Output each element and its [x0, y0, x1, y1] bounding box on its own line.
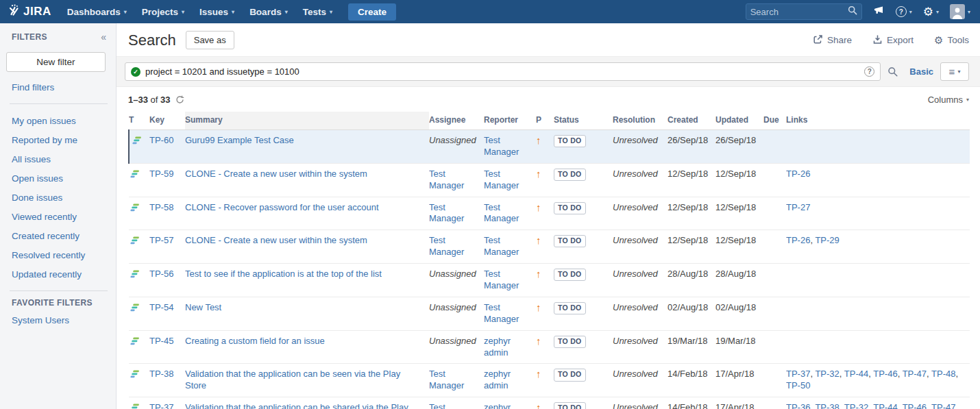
assignee-link[interactable]: Test Manager	[429, 169, 464, 190]
favorite-filter-system-users[interactable]: System Users	[12, 310, 108, 330]
nav-menu-tests[interactable]: Tests▾	[295, 0, 340, 23]
reporter-link[interactable]: zephyr admin	[484, 336, 511, 358]
issue-key-link[interactable]: TP-38	[149, 369, 173, 379]
issue-link-tp-32[interactable]: TP-32	[844, 402, 868, 409]
col-header-resolution[interactable]: Resolution	[613, 112, 667, 130]
issue-summary-link[interactable]: Test to see if the application is at the…	[185, 269, 382, 279]
reporter-link[interactable]: Test Manager	[484, 302, 519, 324]
export-button[interactable]: Export	[872, 34, 914, 47]
nav-menu-issues[interactable]: Issues▾	[192, 0, 242, 23]
reporter-link[interactable]: Test Manager	[484, 269, 519, 290]
issue-key-link[interactable]: TP-37	[149, 402, 173, 409]
issue-key-link[interactable]: TP-59	[149, 169, 173, 179]
table-row[interactable]: TP-45 Creating a custom field for an iss…	[129, 330, 970, 364]
help-menu-button[interactable]: ? ▾	[896, 6, 912, 17]
table-row[interactable]: TP-38 Validation that the application ca…	[129, 364, 970, 397]
assignee-link[interactable]: Unassigned	[429, 269, 476, 279]
reporter-link[interactable]: Test Manager	[484, 135, 519, 157]
reporter-link[interactable]: zephyr admin	[484, 402, 511, 409]
columns-button[interactable]: Columns ▾	[928, 95, 969, 105]
issue-summary-link[interactable]: CLONE - Recover password for the user ac…	[185, 202, 379, 212]
table-row[interactable]: TP-56 Test to see if the application is …	[129, 264, 970, 297]
issue-summary-link[interactable]: New Test	[185, 302, 221, 312]
table-row[interactable]: TP-57 CLONE - Create a new user within t…	[129, 230, 970, 264]
col-header-updated[interactable]: Updated	[715, 112, 763, 130]
issue-key-link[interactable]: TP-57	[149, 235, 173, 245]
issue-link-tp-44[interactable]: TP-44	[873, 402, 897, 409]
assignee-link[interactable]: Unassigned	[429, 135, 476, 145]
assignee-link[interactable]: Unassigned	[429, 302, 476, 312]
issue-link-tp-26[interactable]: TP-26	[786, 235, 810, 245]
issue-summary-link[interactable]: Validation that the application can be s…	[185, 369, 400, 391]
save-as-button[interactable]: Save as	[186, 31, 234, 49]
layout-switcher-button[interactable]: ≡ ▾	[940, 62, 969, 81]
issue-link-tp-46[interactable]: TP-46	[903, 402, 927, 409]
sidebar-item-all-issues[interactable]: All issues	[12, 149, 108, 169]
admin-menu-button[interactable]: ⚙ ▾	[923, 6, 939, 18]
issue-summary-link[interactable]: CLONE - Create a new user within the sys…	[185, 235, 367, 245]
assignee-link[interactable]: Test Manager	[429, 235, 464, 257]
reporter-link[interactable]: Test Manager	[484, 202, 519, 224]
issue-key-link[interactable]: TP-45	[149, 336, 173, 346]
issue-link-tp-27[interactable]: TP-27	[786, 202, 810, 212]
table-row[interactable]: TP-37 Validation that the application ca…	[129, 397, 970, 409]
tools-button[interactable]: ⚙ Tools	[934, 35, 969, 45]
assignee-link[interactable]: Test Manager	[429, 202, 464, 224]
create-button[interactable]: Create	[348, 3, 396, 21]
col-header-due[interactable]: Due	[763, 112, 786, 130]
table-row[interactable]: TP-60 Guru99 Example Test Case Unassigne…	[129, 130, 970, 164]
issue-key-link[interactable]: TP-54	[149, 302, 173, 312]
sidebar-item-done-issues[interactable]: Done issues	[12, 188, 108, 207]
issue-summary-link[interactable]: Guru99 Example Test Case	[185, 135, 294, 145]
issue-link-tp-38[interactable]: TP-38	[815, 402, 839, 409]
col-header-p[interactable]: P	[536, 112, 554, 130]
issue-link-tp-46[interactable]: TP-46	[873, 369, 897, 379]
sidebar-item-created-recently[interactable]: Created recently	[12, 226, 108, 245]
share-button[interactable]: Share	[813, 34, 852, 47]
jql-query-input[interactable]: ✓ project = 10201 and issuetype = 10100 …	[125, 62, 881, 81]
col-header-links[interactable]: Links	[786, 112, 970, 130]
new-filter-button[interactable]: New filter	[6, 52, 106, 72]
table-row[interactable]: TP-54 New Test Unassigned Test Manager ↑…	[129, 297, 970, 330]
find-filters-link[interactable]: Find filters	[12, 78, 108, 97]
announcements-button[interactable]	[873, 5, 885, 19]
issue-link-tp-37[interactable]: TP-37	[786, 369, 810, 379]
user-menu-button[interactable]: ▾	[950, 4, 970, 19]
sidebar-item-open-issues[interactable]: Open issues	[12, 169, 108, 188]
jira-logo[interactable]: JIRA	[7, 4, 58, 19]
assignee-link[interactable]: Test Manager	[429, 369, 464, 391]
collapse-sidebar-icon[interactable]: «	[101, 32, 106, 42]
col-header-status[interactable]: Status	[554, 112, 613, 130]
sidebar-item-my-open-issues[interactable]: My open issues	[12, 111, 108, 130]
issue-summary-link[interactable]: Creating a custom field for an issue	[185, 336, 325, 346]
issue-link-tp-47[interactable]: TP-47	[903, 369, 927, 379]
nav-menu-projects[interactable]: Projects▾	[134, 0, 192, 23]
search-submit-icon[interactable]	[887, 66, 898, 77]
col-header-assignee[interactable]: Assignee	[429, 112, 484, 130]
issue-key-link[interactable]: TP-58	[149, 202, 173, 212]
issue-link-tp-50[interactable]: TP-50	[786, 380, 810, 391]
reporter-link[interactable]: Test Manager	[484, 169, 519, 190]
table-row[interactable]: TP-59 CLONE - Create a new user within t…	[129, 163, 970, 197]
assignee-link[interactable]: Test Manager	[429, 402, 464, 409]
refresh-icon[interactable]	[175, 95, 184, 104]
issue-link-tp-36[interactable]: TP-36	[786, 402, 810, 409]
issue-key-link[interactable]: TP-56	[149, 269, 173, 279]
sidebar-item-reported-by-me[interactable]: Reported by me	[12, 130, 108, 149]
nav-menu-dashboards[interactable]: Dashboards▾	[60, 0, 134, 23]
syntax-help-icon[interactable]: ?	[864, 66, 874, 77]
issue-link-tp-48[interactable]: TP-48	[931, 369, 955, 379]
issue-link-tp-47[interactable]: TP-47	[931, 402, 955, 409]
col-header-reporter[interactable]: Reporter	[484, 112, 536, 130]
sidebar-item-viewed-recently[interactable]: Viewed recently	[12, 207, 108, 226]
sidebar-item-updated-recently[interactable]: Updated recently	[12, 264, 108, 284]
col-header-key[interactable]: Key	[149, 112, 185, 130]
reporter-link[interactable]: zephyr admin	[484, 369, 511, 391]
issue-link-tp-29[interactable]: TP-29	[815, 235, 839, 245]
table-row[interactable]: TP-58 CLONE - Recover password for the u…	[129, 197, 970, 230]
nav-search-input[interactable]	[750, 7, 848, 17]
sidebar-item-resolved-recently[interactable]: Resolved recently	[12, 245, 108, 264]
issue-link-tp-26[interactable]: TP-26	[786, 169, 810, 179]
issue-link-tp-32[interactable]: TP-32	[815, 369, 839, 379]
col-header-created[interactable]: Created	[667, 112, 715, 130]
